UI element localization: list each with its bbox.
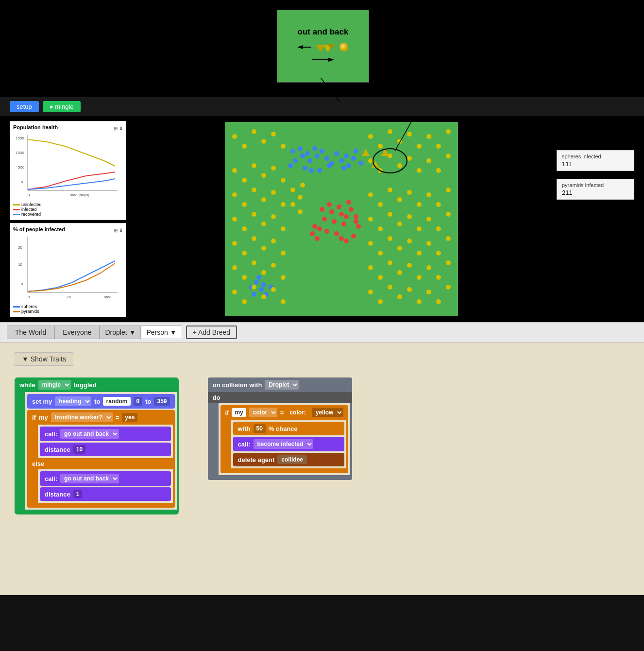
inner-if-footer [220, 468, 348, 473]
svg-point-135 [426, 217, 431, 222]
svg-point-89 [417, 144, 422, 149]
svg-point-93 [368, 158, 373, 163]
call-go-out-2: call: go out and back [40, 471, 171, 486]
while-header: while mingle toggled [15, 377, 179, 392]
distance-value-1: 10 [73, 445, 85, 454]
svg-point-56 [327, 202, 332, 207]
distance-block-1: distance 10 [40, 443, 171, 456]
add-breed-button[interactable]: + Add Breed [186, 326, 237, 339]
svg-point-114 [368, 192, 373, 197]
go-out-select-2[interactable]: go out and back [60, 474, 119, 483]
yellow-select[interactable]: yellow [312, 408, 343, 417]
svg-point-23 [290, 149, 295, 154]
go-out-select-1[interactable]: go out and back [60, 429, 119, 439]
svg-point-37 [317, 168, 322, 173]
while-select[interactable]: mingle [38, 380, 71, 390]
svg-point-119 [417, 202, 422, 207]
svg-point-137 [446, 212, 451, 217]
collision-header: on collision with Droplet [208, 377, 352, 392]
svg-marker-188 [362, 149, 370, 156]
svg-point-108 [232, 192, 237, 197]
distance-label2: distance [45, 491, 70, 498]
svg-point-146 [388, 236, 392, 241]
chart-icons2: ⊞ ⬇ [114, 228, 123, 233]
svg-point-168 [232, 290, 237, 294]
droplet-select[interactable]: Droplet [265, 380, 299, 390]
svg-point-191 [373, 149, 407, 173]
show-traits-button[interactable]: ▼ Show Traits [15, 352, 73, 366]
svg-point-83 [281, 144, 286, 149]
svg-point-107 [281, 178, 286, 183]
svg-point-123 [232, 217, 237, 222]
svg-point-67 [312, 224, 317, 229]
svg-point-88 [407, 132, 412, 137]
svg-point-75 [354, 219, 358, 224]
sim-canvas-wrapper [131, 121, 552, 317]
svg-point-100 [436, 168, 441, 173]
particle-layer [225, 122, 458, 316]
sprite-annotation: out and back [277, 10, 369, 83]
svg-text:10: 10 [18, 262, 22, 267]
svg-point-133 [407, 214, 412, 219]
droplet-dropdown-icon: ▼ [129, 328, 136, 336]
sprite-label: out and back [298, 27, 349, 37]
svg-point-72 [344, 239, 349, 243]
svg-point-74 [356, 224, 361, 229]
yes-value: yes [122, 413, 137, 422]
svg-point-150 [426, 241, 431, 246]
svg-point-104 [252, 163, 256, 168]
svg-text:1500: 1500 [16, 136, 24, 140]
svg-point-185 [300, 183, 305, 188]
svg-point-35 [303, 166, 307, 171]
svg-point-118 [407, 190, 412, 195]
svg-point-36 [309, 168, 314, 173]
svg-point-179 [417, 299, 422, 304]
svg-point-86 [388, 129, 392, 134]
population-legend: uninfected infected recovered [13, 202, 123, 217]
while-footer [15, 510, 179, 514]
svg-point-186 [290, 202, 295, 207]
svg-point-97 [407, 156, 412, 161]
color-select[interactable]: color [249, 408, 277, 417]
setup-button[interactable]: setup [10, 101, 39, 112]
tab-droplet[interactable]: Droplet ▼ [100, 326, 141, 339]
svg-point-38 [334, 151, 339, 156]
svg-point-85 [378, 144, 383, 149]
svg-point-57 [329, 209, 334, 214]
svg-point-45 [354, 149, 358, 154]
svg-point-42 [341, 166, 346, 171]
svg-point-158 [281, 275, 286, 280]
equals-label: = [116, 414, 119, 421]
svg-point-54 [256, 275, 261, 280]
pyramids-stat-label: pyramids infected [562, 182, 629, 188]
on-collision-label: on collision with [213, 381, 262, 389]
pyramids-infected-stat: pyramids infected 211 [557, 179, 634, 200]
svg-point-4 [339, 43, 348, 51]
become-infected-select[interactable]: become infected [254, 439, 313, 449]
svg-point-174 [368, 290, 373, 294]
svg-point-175 [378, 299, 383, 304]
collision-body: if my color = color: yellow [208, 403, 352, 475]
tab-the-world[interactable]: The World [7, 326, 54, 339]
svg-point-178 [407, 287, 412, 292]
delete-agent-block: delete agent collidee [233, 453, 344, 466]
tab-everyone[interactable]: Everyone [54, 326, 100, 339]
spheres-stat-label: spheres infected [562, 154, 629, 159]
svg-point-181 [436, 299, 441, 304]
svg-point-51 [261, 282, 266, 287]
svg-point-62 [341, 222, 346, 226]
tab-person[interactable]: Person ▼ [141, 326, 182, 339]
sprite-icons [297, 40, 349, 54]
svg-point-139 [242, 251, 247, 256]
while-label: while [19, 381, 35, 389]
svg-point-105 [261, 173, 266, 178]
while-wrapper: while mingle toggled set my heading to r [15, 377, 179, 514]
heading-select[interactable]: heading [55, 396, 91, 406]
mingle-button[interactable]: ● mingle [43, 101, 81, 112]
frontline-select[interactable]: frontline worker? [51, 412, 113, 422]
svg-point-157 [271, 263, 276, 268]
svg-point-180 [426, 290, 431, 294]
svg-point-71 [339, 236, 344, 241]
svg-point-126 [261, 222, 266, 226]
svg-point-156 [261, 270, 266, 275]
